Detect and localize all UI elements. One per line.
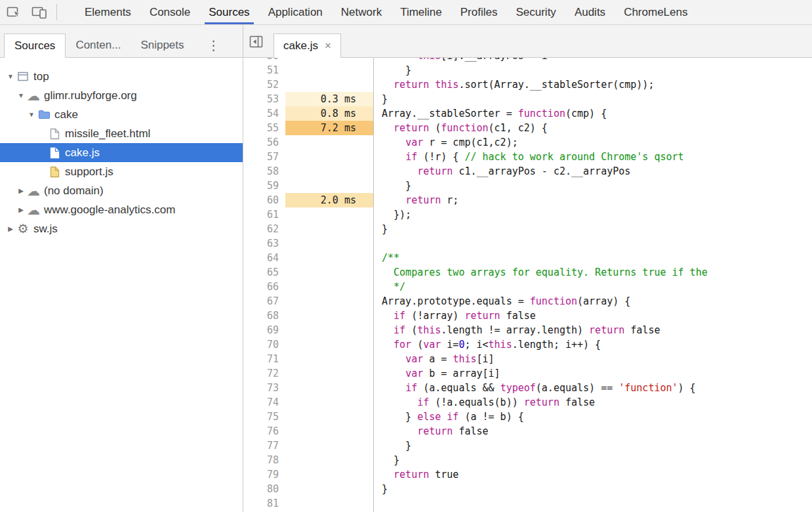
code-text[interactable]: if (!r) { // hack to work around Chrome'… bbox=[373, 150, 684, 164]
line-number[interactable]: 65 bbox=[243, 265, 285, 280]
line-number[interactable]: 73 bbox=[243, 381, 285, 395]
code-text[interactable]: for (var i=0; i<this.length; i++) { bbox=[373, 337, 601, 352]
line-number[interactable]: 74 bbox=[243, 395, 285, 410]
sidebar-tab-conten[interactable]: Conten... bbox=[66, 33, 131, 57]
expander-icon[interactable]: ▶ bbox=[5, 225, 16, 232]
code-text[interactable]: /** bbox=[373, 251, 399, 265]
more-menu-icon[interactable]: ⋮ bbox=[203, 33, 224, 57]
line-number[interactable]: 53 bbox=[243, 92, 285, 106]
expander-icon[interactable]: ▼ bbox=[26, 111, 37, 118]
expander-icon[interactable]: ▼ bbox=[16, 92, 26, 99]
code-text[interactable]: return true bbox=[373, 467, 458, 482]
tree-item-www-google-analytics-com[interactable]: ▶☁www.google-analytics.com bbox=[0, 200, 243, 219]
line-number[interactable]: 59 bbox=[243, 179, 285, 193]
code-text[interactable]: Array.prototype.equals = function(array)… bbox=[373, 294, 630, 309]
tree-item-missile-fleet-html[interactable]: missile_fleet.html bbox=[0, 124, 243, 143]
line-number[interactable]: 50 bbox=[243, 58, 285, 63]
code-text[interactable]: Array.__stableSorter = function(cmp) { bbox=[373, 106, 607, 121]
line-number[interactable]: 69 bbox=[243, 323, 285, 337]
tree-item-glimr-rubyforge-org[interactable]: ▼☁glimr.rubyforge.org bbox=[0, 86, 243, 105]
line-number[interactable]: 58 bbox=[243, 164, 285, 179]
code-text[interactable]: return r; bbox=[373, 193, 458, 207]
code-text[interactable]: */ bbox=[373, 280, 405, 294]
code-text[interactable]: return (function(c1, c2) { bbox=[373, 121, 548, 135]
code-text[interactable]: var r = cmp(c1,c2); bbox=[373, 135, 518, 150]
line-number[interactable]: 68 bbox=[243, 309, 285, 323]
tree-item-no-domain[interactable]: ▶☁(no domain) bbox=[0, 181, 243, 200]
line-number[interactable]: 77 bbox=[243, 438, 285, 453]
tree-item-top[interactable]: ▼top bbox=[0, 67, 243, 86]
code-text[interactable]: } bbox=[373, 63, 411, 77]
line-number[interactable]: 67 bbox=[243, 294, 285, 309]
line-number[interactable]: 52 bbox=[243, 77, 285, 92]
code-text[interactable]: return c1.__arrayPos - c2.__arrayPos bbox=[373, 164, 630, 179]
main-tab-profiles[interactable]: Profiles bbox=[451, 0, 507, 24]
line-number[interactable]: 79 bbox=[243, 467, 285, 482]
code-text[interactable]: var b = array[i] bbox=[373, 366, 500, 381]
line-number[interactable]: 51 bbox=[243, 63, 285, 77]
main-tab-application[interactable]: Application bbox=[259, 0, 332, 24]
line-number[interactable]: 76 bbox=[243, 424, 285, 438]
expander-icon[interactable]: ▼ bbox=[5, 73, 16, 80]
sidebar-tab-sources[interactable]: Sources bbox=[4, 33, 66, 58]
line-number[interactable]: 56 bbox=[243, 135, 285, 150]
line-number[interactable]: 61 bbox=[243, 207, 285, 222]
line-number[interactable]: 55 bbox=[243, 121, 285, 135]
device-toolbar-icon[interactable] bbox=[31, 6, 47, 19]
code-text[interactable]: if (!array) return false bbox=[373, 309, 536, 323]
code-text[interactable]: return false bbox=[373, 424, 489, 438]
main-tab-chromelens[interactable]: ChromeLens bbox=[615, 0, 697, 24]
code-text[interactable] bbox=[373, 496, 382, 511]
code-text[interactable]: if (this.length != array.length) return … bbox=[373, 323, 660, 337]
code-text[interactable]: } bbox=[373, 92, 388, 106]
code-text[interactable]: if (!a.equals(b)) return false bbox=[373, 395, 595, 410]
code-text[interactable]: if (a.equals && typeof(a.equals) == 'fun… bbox=[373, 381, 696, 395]
file-tab-cake-js[interactable]: cake.js× bbox=[274, 33, 341, 58]
main-tab-console[interactable]: Console bbox=[140, 0, 199, 24]
sidebar-tab-snippets[interactable]: Snippets bbox=[131, 33, 193, 57]
expander-icon[interactable]: ▶ bbox=[16, 187, 26, 194]
line-number[interactable]: 75 bbox=[243, 410, 285, 424]
code-text[interactable]: } bbox=[373, 453, 399, 467]
code-text[interactable]: this[i].__arrayPos = i bbox=[373, 58, 548, 63]
line-number[interactable]: 71 bbox=[243, 352, 285, 366]
main-tab-timeline[interactable]: Timeline bbox=[391, 0, 451, 24]
line-number[interactable]: 80 bbox=[243, 482, 285, 496]
code-text[interactable]: } bbox=[373, 222, 388, 236]
tree-item-cake[interactable]: ▼cake bbox=[0, 105, 243, 124]
main-tab-network[interactable]: Network bbox=[332, 0, 391, 24]
toggle-navigator-icon[interactable] bbox=[249, 35, 263, 49]
line-number[interactable]: 62 bbox=[243, 222, 285, 236]
tree-item-cake-js[interactable]: cake.js bbox=[0, 143, 243, 162]
code-text[interactable]: Compares two arrays for equality. Return… bbox=[373, 265, 708, 280]
code-text[interactable] bbox=[373, 236, 382, 251]
line-number[interactable]: 70 bbox=[243, 337, 285, 352]
expander-icon[interactable]: ▶ bbox=[16, 206, 26, 213]
main-tab-elements[interactable]: Elements bbox=[75, 0, 140, 24]
tree-item-sw-js[interactable]: ▶⚙sw.js bbox=[0, 219, 243, 238]
line-number[interactable]: 60 bbox=[243, 193, 285, 207]
line-number[interactable]: 63 bbox=[243, 236, 285, 251]
tree-item-support-js[interactable]: support.js bbox=[0, 162, 243, 181]
main-tab-sources[interactable]: Sources bbox=[199, 0, 258, 24]
line-number[interactable]: 66 bbox=[243, 280, 285, 294]
line-number[interactable]: 81 bbox=[243, 496, 285, 511]
line-number[interactable]: 64 bbox=[243, 251, 285, 265]
close-tab-icon[interactable]: × bbox=[325, 39, 331, 53]
line-number[interactable]: 57 bbox=[243, 150, 285, 164]
line-number[interactable]: 54 bbox=[243, 106, 285, 121]
line-number[interactable]: 78 bbox=[243, 453, 285, 467]
code-line: 59 } bbox=[243, 179, 812, 193]
code-text[interactable]: return this.sort(Array.__stableSorter(cm… bbox=[373, 77, 654, 92]
inspect-element-icon[interactable] bbox=[7, 6, 21, 19]
main-tab-security[interactable]: Security bbox=[506, 0, 565, 24]
main-tab-audits[interactable]: Audits bbox=[565, 0, 615, 24]
code-editor[interactable]: 50 this[i].__arrayPos = i51 }52 return t… bbox=[243, 58, 812, 512]
code-text[interactable]: } bbox=[373, 179, 411, 193]
line-number[interactable]: 72 bbox=[243, 366, 285, 381]
code-text[interactable]: } bbox=[373, 482, 388, 496]
code-text[interactable]: } else if (a != b) { bbox=[373, 410, 524, 424]
code-text[interactable]: var a = this[i] bbox=[373, 352, 495, 366]
code-text[interactable]: }); bbox=[373, 207, 411, 222]
code-text[interactable]: } bbox=[373, 438, 411, 453]
